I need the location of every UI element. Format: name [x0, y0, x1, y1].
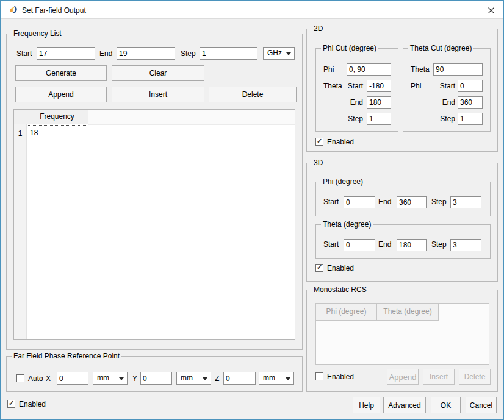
- phi-cut-end-input[interactable]: [367, 96, 391, 109]
- theta-cut-phi-label: Phi: [411, 82, 421, 90]
- main-enabled-label: Enabled: [19, 400, 46, 408]
- theta-cut-end-label: End: [432, 99, 455, 107]
- three-d-theta-step-input[interactable]: [450, 239, 481, 251]
- three-d-theta-step-label: Step: [431, 241, 447, 249]
- three-d-enabled-label: Enabled: [327, 265, 354, 272]
- theta-cut-step-label: Step: [432, 115, 455, 123]
- theta-cut-theta-input[interactable]: [433, 63, 483, 76]
- row-header-column: [14, 124, 27, 339]
- freq-unit-value: GHz: [267, 49, 282, 57]
- three-d-phi-start-input[interactable]: [344, 196, 375, 208]
- x-unit-select[interactable]: mm: [93, 372, 128, 385]
- three-d-theta-end-label: End: [378, 241, 391, 249]
- y-unit-select[interactable]: mm: [176, 372, 211, 385]
- checkmark-icon: ✓: [9, 399, 14, 407]
- window-title: Set Far-field Output: [22, 6, 86, 15]
- three-d-theta-start-input[interactable]: [344, 239, 375, 251]
- dialog-set-far-field-output: Set Far-field Output Frequency List Star…: [0, 0, 504, 420]
- freq-start-input[interactable]: [37, 47, 95, 60]
- monostatic-delete-button: Delete: [459, 369, 491, 385]
- monostatic-append-button: Append: [387, 369, 419, 385]
- delete-button[interactable]: Delete: [209, 87, 297, 102]
- advanced-button[interactable]: Advanced: [383, 397, 426, 413]
- frequency-list-group: Frequency List Start End Step GHz Genera…: [6, 34, 303, 350]
- y-label: Y: [132, 375, 137, 383]
- three-d-phi-group: Phi (degree) Start End Step: [315, 182, 491, 216]
- three-d-phi-end-input[interactable]: [397, 196, 427, 208]
- clear-button[interactable]: Clear: [112, 65, 204, 81]
- phase-reference-group: Far Field Phase Reference Point Auto X m…: [6, 356, 303, 392]
- freq-step-input[interactable]: [200, 47, 257, 60]
- frequency-table: Frequency 1 18: [13, 109, 295, 340]
- monostatic-phi-column-header[interactable]: Phi (degree): [316, 304, 377, 321]
- phi-cut-step-label: Step: [340, 115, 363, 123]
- generate-button[interactable]: Generate: [15, 65, 107, 81]
- close-button[interactable]: [487, 6, 495, 15]
- frequency-cell[interactable]: 18: [27, 125, 88, 141]
- checkmark-icon: ✓: [317, 137, 322, 145]
- theta-cut-group: Theta Cut (degree) Theta Phi Start End S…: [403, 48, 491, 132]
- main-enabled-checkbox[interactable]: ✓: [7, 400, 15, 408]
- phi-cut-phi-label: Phi: [323, 66, 334, 74]
- monostatic-enabled-checkbox[interactable]: [315, 372, 323, 380]
- table-corner-header: [14, 110, 26, 124]
- three-d-phi-start-label: Start: [323, 198, 339, 206]
- ok-button[interactable]: OK: [431, 397, 461, 413]
- app-icon: [9, 5, 18, 15]
- theta-cut-step-input[interactable]: [458, 113, 483, 125]
- phi-cut-start-label: Start: [340, 82, 363, 90]
- phi-cut-end-label: End: [340, 99, 363, 107]
- close-icon: [488, 7, 495, 14]
- two-d-enabled-checkbox[interactable]: ✓: [315, 138, 323, 146]
- checkmark-icon: ✓: [317, 263, 322, 271]
- frequency-list-group-title: Frequency List: [12, 30, 63, 38]
- x-input[interactable]: [57, 372, 88, 385]
- monostatic-theta-column-header[interactable]: Theta (degree): [377, 304, 439, 321]
- freq-unit-select[interactable]: GHz: [263, 47, 295, 60]
- phi-cut-phi-input[interactable]: [347, 63, 391, 76]
- two-d-enabled-label: Enabled: [327, 138, 354, 146]
- phi-cut-group: Phi Cut (degree) Phi Theta Start End Ste…: [315, 48, 398, 132]
- auto-label: Auto: [28, 375, 43, 383]
- dropdown-arrow-icon: [119, 377, 124, 380]
- three-d-theta-end-input[interactable]: [397, 239, 427, 251]
- titlebar: Set Far-field Output: [1, 1, 503, 19]
- help-button[interactable]: Help: [353, 397, 380, 413]
- freq-step-label: Step: [181, 50, 196, 58]
- dropdown-arrow-icon: [286, 52, 291, 55]
- z-input[interactable]: [223, 372, 256, 385]
- three-d-phi-step-input[interactable]: [450, 196, 481, 208]
- phi-cut-theta-label: Theta: [323, 82, 342, 90]
- row-number: 1: [14, 126, 26, 141]
- phi-cut-group-title: Phi Cut (degree): [321, 44, 378, 52]
- three-d-group-title: 3D: [312, 159, 325, 167]
- monostatic-table: Phi (degree) Theta (degree): [315, 303, 489, 365]
- monostatic-rcs-group: Monostatic RCS Phi (degree) Theta (degre…: [306, 290, 498, 392]
- three-d-enabled-checkbox[interactable]: ✓: [315, 264, 323, 272]
- phi-cut-step-input[interactable]: [367, 113, 391, 125]
- freq-end-label: End: [99, 50, 112, 58]
- three-d-theta-start-label: Start: [323, 241, 339, 249]
- three-d-phi-step-label: Step: [431, 198, 447, 206]
- insert-button[interactable]: Insert: [112, 87, 204, 102]
- header-filler: [88, 110, 295, 125]
- two-d-group: 2D Phi Cut (degree) Phi Theta Start End …: [306, 29, 498, 152]
- dropdown-arrow-icon: [203, 377, 207, 380]
- three-d-group: 3D Phi (degree) Start End Step Theta (de…: [306, 163, 498, 282]
- cancel-button[interactable]: Cancel: [466, 397, 497, 413]
- monostatic-rcs-group-title: Monostatic RCS: [312, 286, 369, 294]
- append-button[interactable]: Append: [15, 87, 107, 102]
- theta-cut-end-input[interactable]: [458, 96, 483, 109]
- auto-checkbox[interactable]: [16, 374, 24, 382]
- phi-cut-start-input[interactable]: [367, 80, 391, 92]
- z-unit-select[interactable]: mm: [259, 372, 294, 385]
- freq-end-input[interactable]: [117, 47, 175, 60]
- monostatic-enabled-label: Enabled: [327, 373, 354, 381]
- x-unit-value: mm: [97, 374, 109, 382]
- y-input[interactable]: [140, 372, 172, 385]
- theta-cut-start-input[interactable]: [458, 80, 483, 92]
- y-unit-value: mm: [181, 374, 193, 382]
- phase-reference-group-title: Far Field Phase Reference Point: [12, 352, 121, 360]
- frequency-column-header[interactable]: Frequency: [26, 110, 88, 124]
- theta-cut-theta-label: Theta: [411, 66, 430, 74]
